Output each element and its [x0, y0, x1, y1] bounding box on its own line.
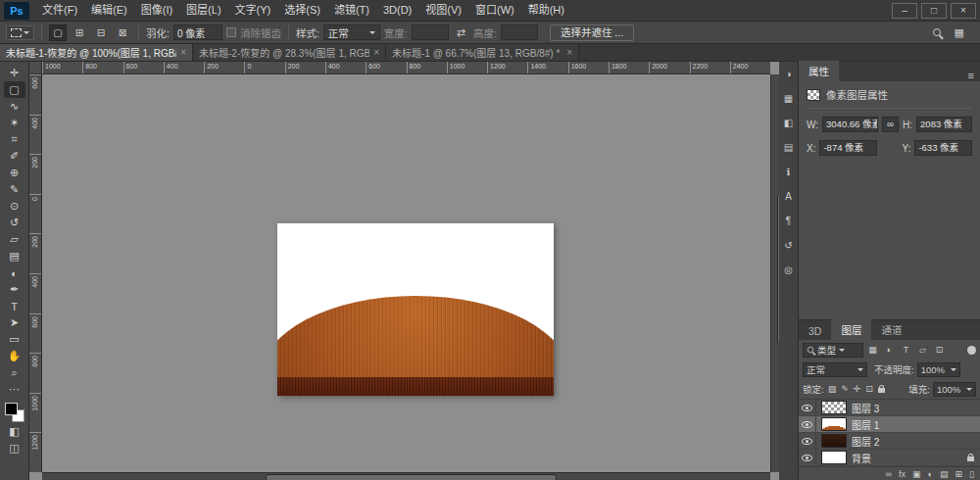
close-tab-icon[interactable]: × [373, 47, 379, 58]
filter-shape-layers-icon[interactable]: ▱ [915, 343, 930, 358]
menu-item-file[interactable]: 文件(F) [35, 0, 84, 21]
filter-type-select[interactable]: 类型 [803, 343, 863, 358]
ruler-corner[interactable] [29, 62, 42, 74]
menu-item-image[interactable]: 图像(I) [134, 0, 179, 21]
layer-name[interactable]: 背景 [852, 451, 871, 465]
link-layers-icon[interactable]: ∞ [886, 469, 892, 479]
fill-select[interactable]: 100% [933, 382, 976, 397]
workspace-icon[interactable]: ▦ [951, 26, 968, 39]
tab-channels[interactable]: 通道 [871, 319, 911, 340]
gradient-tool[interactable]: ▤ [4, 248, 25, 264]
tab-layers[interactable]: 图层 [831, 319, 871, 340]
layer-thumbnail[interactable] [821, 451, 847, 464]
lock-position-icon[interactable]: ✛ [853, 384, 862, 394]
layer-thumbnail[interactable] [821, 401, 847, 414]
screen-mode-button[interactable]: ◫ [4, 440, 25, 456]
tab-properties[interactable]: 属性 [799, 61, 839, 81]
layer-y-field[interactable]: -633 像素 [914, 140, 972, 156]
visibility-toggle[interactable] [799, 416, 816, 432]
lock-all-icon[interactable] [878, 388, 885, 393]
filter-smart-objects-icon[interactable]: ⊡ [932, 343, 947, 358]
layer-name[interactable]: 图层 1 [852, 417, 879, 432]
search-icon[interactable] [933, 28, 941, 36]
antialias-checkbox[interactable] [226, 27, 236, 37]
select-and-mask-button[interactable]: 选择并遮住 ... [550, 24, 634, 41]
path-selection-tool[interactable]: ➤ [4, 314, 25, 331]
dodge-tool[interactable]: ◐ [4, 264, 25, 281]
lock-artboard-icon[interactable]: ⊡ [864, 384, 874, 394]
link-dimensions-icon[interactable]: ∞ [882, 117, 899, 132]
swap-width-height-icon[interactable]: ⇄ [453, 26, 469, 39]
vertical-ruler[interactable]: 600 400 200 0 200 400 600 800 1000 1200 [29, 74, 42, 472]
adjustment-layer-icon[interactable]: ◐ [928, 469, 933, 479]
minimize-button[interactable]: – [892, 3, 917, 19]
rectangle-tool[interactable]: ▭ [4, 331, 25, 348]
eraser-tool[interactable]: ▱ [4, 231, 25, 248]
filter-type-layers-icon[interactable]: T [899, 343, 913, 358]
type-tool[interactable]: T [4, 298, 25, 314]
pasteboard[interactable] [42, 74, 770, 472]
layer-name[interactable]: 图层 3 [852, 401, 879, 415]
intersect-selection-button[interactable]: ⊠ [114, 24, 131, 41]
history-icon[interactable]: ↺ [784, 241, 792, 251]
subtract-from-selection-button[interactable]: ⊟ [92, 24, 110, 41]
menu-item-edit[interactable]: 编辑(E) [84, 0, 134, 21]
horizontal-scrollbar[interactable] [42, 472, 770, 480]
visibility-toggle[interactable] [799, 450, 816, 465]
filter-toggle-switch[interactable] [967, 346, 976, 355]
menu-item-layer[interactable]: 图层(L) [179, 0, 227, 21]
quick-mask-button[interactable]: ◧ [4, 423, 25, 440]
history-brush-tool[interactable]: ↺ [4, 215, 25, 231]
height-input[interactable] [501, 24, 538, 40]
layer-thumbnail[interactable] [821, 434, 847, 448]
filter-pixel-layers-icon[interactable]: ▦ [865, 343, 880, 358]
close-tab-icon[interactable]: × [180, 47, 186, 58]
blend-mode-select[interactable]: 正常 [803, 362, 867, 377]
lock-transparency-icon[interactable]: ▨ [827, 384, 838, 394]
layer-row-2[interactable]: 图层 2 [799, 433, 980, 450]
visibility-toggle[interactable] [799, 400, 816, 415]
menu-item-3d[interactable]: 3D(D) [376, 0, 418, 21]
filter-adjustment-layers-icon[interactable]: ◐ [882, 343, 897, 358]
adjustments-icon[interactable]: ◑ [785, 70, 791, 79]
swatches-icon[interactable]: ▦ [784, 94, 793, 104]
panel-menu-icon[interactable]: ≡ [962, 70, 980, 81]
libraries-icon[interactable]: ▤ [784, 143, 793, 153]
layer-name[interactable]: 图层 2 [852, 434, 879, 449]
new-selection-button[interactable]: ▢ [49, 24, 67, 41]
menu-item-help[interactable]: 帮助(H) [521, 0, 571, 21]
character-icon[interactable]: A [785, 192, 792, 202]
new-layer-icon[interactable]: ⊞ [956, 469, 963, 479]
menu-item-filter[interactable]: 滤镜(T) [327, 0, 376, 21]
document-tab-1[interactable]: 未标题-1-恢复的 @ 100%(图层 1, RGB/8#) * × [0, 44, 193, 61]
width-input[interactable] [412, 24, 449, 40]
layer-width-field[interactable]: 3040.66 像素 [822, 117, 878, 132]
layer-row-1-selected[interactable]: 图层 1 [799, 416, 980, 433]
edit-toolbar-icon[interactable]: ⋯ [4, 381, 25, 398]
eyedropper-tool[interactable]: ✐ [4, 148, 25, 165]
feather-input[interactable] [173, 24, 222, 40]
healing-brush-tool[interactable]: ⊕ [4, 165, 25, 181]
layer-row-background[interactable]: 背景 [799, 450, 980, 466]
vertical-scrollbar[interactable] [770, 74, 779, 472]
hand-tool[interactable]: ✋ [4, 348, 25, 364]
lock-image-icon[interactable]: ✎ [840, 384, 850, 394]
menu-item-window[interactable]: 窗口(W) [468, 0, 521, 21]
clone-source-icon[interactable]: ◎ [784, 265, 793, 275]
layer-thumbnail[interactable] [821, 417, 847, 431]
brush-tool[interactable]: ✎ [4, 181, 25, 198]
foreground-color-swatch[interactable] [5, 403, 18, 415]
menu-item-view[interactable]: 视图(V) [418, 0, 468, 21]
document-tab-3[interactable]: 未标题-1 @ 66.7%(图层 13, RGB/8#) * × [386, 44, 579, 61]
pen-tool[interactable]: ✒ [4, 281, 25, 298]
close-button[interactable]: × [951, 3, 976, 19]
horizontal-ruler[interactable]: 1000 800 600 400 200 0 200 400 600 800 1… [42, 62, 770, 74]
maximize-button[interactable]: □ [921, 3, 947, 19]
delete-layer-icon[interactable]: ▯ [969, 469, 974, 479]
layer-row-3[interactable]: 图层 3 [799, 400, 980, 416]
info-icon[interactable]: ℹ [787, 168, 791, 177]
clone-stamp-tool[interactable]: ⊙ [4, 198, 25, 215]
paragraph-icon[interactable]: ¶ [786, 216, 791, 226]
color-icon[interactable]: ◧ [784, 119, 793, 128]
quick-selection-tool[interactable]: ✶ [4, 115, 25, 131]
